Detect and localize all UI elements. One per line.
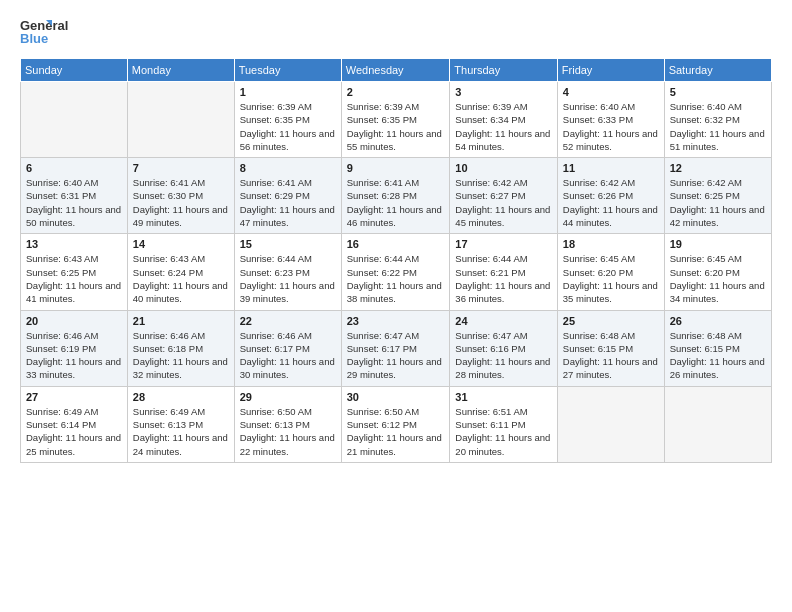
day-info: Sunrise: 6:49 AM Sunset: 6:13 PM Dayligh… [133, 405, 229, 458]
day-info: Sunrise: 6:47 AM Sunset: 6:17 PM Dayligh… [347, 329, 445, 382]
day-info: Sunrise: 6:44 AM Sunset: 6:21 PM Dayligh… [455, 252, 551, 305]
calendar-cell: 25Sunrise: 6:48 AM Sunset: 6:15 PM Dayli… [557, 310, 664, 386]
day-number: 8 [240, 162, 336, 174]
day-number: 3 [455, 86, 551, 98]
day-number: 29 [240, 391, 336, 403]
calendar-cell: 27Sunrise: 6:49 AM Sunset: 6:14 PM Dayli… [21, 386, 128, 462]
calendar-cell: 12Sunrise: 6:42 AM Sunset: 6:25 PM Dayli… [664, 158, 771, 234]
day-number: 19 [670, 238, 766, 250]
calendar-cell: 31Sunrise: 6:51 AM Sunset: 6:11 PM Dayli… [450, 386, 557, 462]
calendar-cell: 13Sunrise: 6:43 AM Sunset: 6:25 PM Dayli… [21, 234, 128, 310]
calendar-cell: 6Sunrise: 6:40 AM Sunset: 6:31 PM Daylig… [21, 158, 128, 234]
day-info: Sunrise: 6:42 AM Sunset: 6:25 PM Dayligh… [670, 176, 766, 229]
calendar-cell: 3Sunrise: 6:39 AM Sunset: 6:34 PM Daylig… [450, 82, 557, 158]
calendar-week-row: 1Sunrise: 6:39 AM Sunset: 6:35 PM Daylig… [21, 82, 772, 158]
day-info: Sunrise: 6:40 AM Sunset: 6:33 PM Dayligh… [563, 100, 659, 153]
calendar-cell: 18Sunrise: 6:45 AM Sunset: 6:20 PM Dayli… [557, 234, 664, 310]
day-number: 12 [670, 162, 766, 174]
day-info: Sunrise: 6:39 AM Sunset: 6:34 PM Dayligh… [455, 100, 551, 153]
day-info: Sunrise: 6:45 AM Sunset: 6:20 PM Dayligh… [563, 252, 659, 305]
calendar-cell: 14Sunrise: 6:43 AM Sunset: 6:24 PM Dayli… [127, 234, 234, 310]
day-number: 25 [563, 315, 659, 327]
day-number: 21 [133, 315, 229, 327]
day-info: Sunrise: 6:49 AM Sunset: 6:14 PM Dayligh… [26, 405, 122, 458]
day-info: Sunrise: 6:48 AM Sunset: 6:15 PM Dayligh… [670, 329, 766, 382]
calendar-cell [664, 386, 771, 462]
calendar-cell: 17Sunrise: 6:44 AM Sunset: 6:21 PM Dayli… [450, 234, 557, 310]
day-number: 16 [347, 238, 445, 250]
calendar-cell: 1Sunrise: 6:39 AM Sunset: 6:35 PM Daylig… [234, 82, 341, 158]
day-header-monday: Monday [127, 59, 234, 82]
calendar-cell: 29Sunrise: 6:50 AM Sunset: 6:13 PM Dayli… [234, 386, 341, 462]
calendar-cell [557, 386, 664, 462]
day-number: 17 [455, 238, 551, 250]
calendar-cell: 4Sunrise: 6:40 AM Sunset: 6:33 PM Daylig… [557, 82, 664, 158]
calendar-header-row: SundayMondayTuesdayWednesdayThursdayFrid… [21, 59, 772, 82]
day-header-wednesday: Wednesday [341, 59, 450, 82]
day-header-saturday: Saturday [664, 59, 771, 82]
day-header-sunday: Sunday [21, 59, 128, 82]
day-number: 30 [347, 391, 445, 403]
calendar-table: SundayMondayTuesdayWednesdayThursdayFrid… [20, 58, 772, 463]
calendar-cell: 8Sunrise: 6:41 AM Sunset: 6:29 PM Daylig… [234, 158, 341, 234]
day-header-thursday: Thursday [450, 59, 557, 82]
day-number: 20 [26, 315, 122, 327]
calendar-cell: 22Sunrise: 6:46 AM Sunset: 6:17 PM Dayli… [234, 310, 341, 386]
day-info: Sunrise: 6:39 AM Sunset: 6:35 PM Dayligh… [347, 100, 445, 153]
page: General Blue SundayMondayTuesdayWednesda… [0, 0, 792, 612]
calendar-week-row: 6Sunrise: 6:40 AM Sunset: 6:31 PM Daylig… [21, 158, 772, 234]
calendar-cell: 23Sunrise: 6:47 AM Sunset: 6:17 PM Dayli… [341, 310, 450, 386]
day-info: Sunrise: 6:44 AM Sunset: 6:23 PM Dayligh… [240, 252, 336, 305]
day-info: Sunrise: 6:50 AM Sunset: 6:13 PM Dayligh… [240, 405, 336, 458]
day-info: Sunrise: 6:48 AM Sunset: 6:15 PM Dayligh… [563, 329, 659, 382]
calendar-cell: 9Sunrise: 6:41 AM Sunset: 6:28 PM Daylig… [341, 158, 450, 234]
day-number: 18 [563, 238, 659, 250]
day-number: 24 [455, 315, 551, 327]
day-info: Sunrise: 6:45 AM Sunset: 6:20 PM Dayligh… [670, 252, 766, 305]
day-number: 28 [133, 391, 229, 403]
day-number: 5 [670, 86, 766, 98]
day-number: 7 [133, 162, 229, 174]
day-info: Sunrise: 6:42 AM Sunset: 6:27 PM Dayligh… [455, 176, 551, 229]
logo-icon: General Blue [20, 16, 80, 48]
calendar-cell: 10Sunrise: 6:42 AM Sunset: 6:27 PM Dayli… [450, 158, 557, 234]
day-number: 1 [240, 86, 336, 98]
day-header-tuesday: Tuesday [234, 59, 341, 82]
day-number: 11 [563, 162, 659, 174]
day-info: Sunrise: 6:42 AM Sunset: 6:26 PM Dayligh… [563, 176, 659, 229]
calendar-cell: 30Sunrise: 6:50 AM Sunset: 6:12 PM Dayli… [341, 386, 450, 462]
calendar-cell: 19Sunrise: 6:45 AM Sunset: 6:20 PM Dayli… [664, 234, 771, 310]
calendar-cell: 15Sunrise: 6:44 AM Sunset: 6:23 PM Dayli… [234, 234, 341, 310]
day-number: 13 [26, 238, 122, 250]
calendar-cell: 26Sunrise: 6:48 AM Sunset: 6:15 PM Dayli… [664, 310, 771, 386]
calendar-week-row: 20Sunrise: 6:46 AM Sunset: 6:19 PM Dayli… [21, 310, 772, 386]
calendar-cell: 7Sunrise: 6:41 AM Sunset: 6:30 PM Daylig… [127, 158, 234, 234]
calendar-cell: 28Sunrise: 6:49 AM Sunset: 6:13 PM Dayli… [127, 386, 234, 462]
calendar-cell: 24Sunrise: 6:47 AM Sunset: 6:16 PM Dayli… [450, 310, 557, 386]
day-info: Sunrise: 6:43 AM Sunset: 6:25 PM Dayligh… [26, 252, 122, 305]
day-number: 10 [455, 162, 551, 174]
calendar-cell [21, 82, 128, 158]
day-info: Sunrise: 6:41 AM Sunset: 6:30 PM Dayligh… [133, 176, 229, 229]
day-number: 23 [347, 315, 445, 327]
calendar-cell [127, 82, 234, 158]
day-number: 15 [240, 238, 336, 250]
calendar-cell: 21Sunrise: 6:46 AM Sunset: 6:18 PM Dayli… [127, 310, 234, 386]
calendar-week-row: 13Sunrise: 6:43 AM Sunset: 6:25 PM Dayli… [21, 234, 772, 310]
day-number: 26 [670, 315, 766, 327]
day-number: 2 [347, 86, 445, 98]
day-info: Sunrise: 6:46 AM Sunset: 6:18 PM Dayligh… [133, 329, 229, 382]
logo: General Blue [20, 16, 80, 48]
day-info: Sunrise: 6:46 AM Sunset: 6:17 PM Dayligh… [240, 329, 336, 382]
header: General Blue [20, 16, 772, 48]
day-number: 6 [26, 162, 122, 174]
day-info: Sunrise: 6:43 AM Sunset: 6:24 PM Dayligh… [133, 252, 229, 305]
calendar-cell: 2Sunrise: 6:39 AM Sunset: 6:35 PM Daylig… [341, 82, 450, 158]
day-info: Sunrise: 6:40 AM Sunset: 6:31 PM Dayligh… [26, 176, 122, 229]
calendar-cell: 5Sunrise: 6:40 AM Sunset: 6:32 PM Daylig… [664, 82, 771, 158]
day-number: 31 [455, 391, 551, 403]
calendar-cell: 11Sunrise: 6:42 AM Sunset: 6:26 PM Dayli… [557, 158, 664, 234]
day-info: Sunrise: 6:41 AM Sunset: 6:29 PM Dayligh… [240, 176, 336, 229]
day-info: Sunrise: 6:44 AM Sunset: 6:22 PM Dayligh… [347, 252, 445, 305]
svg-text:Blue: Blue [20, 31, 48, 46]
